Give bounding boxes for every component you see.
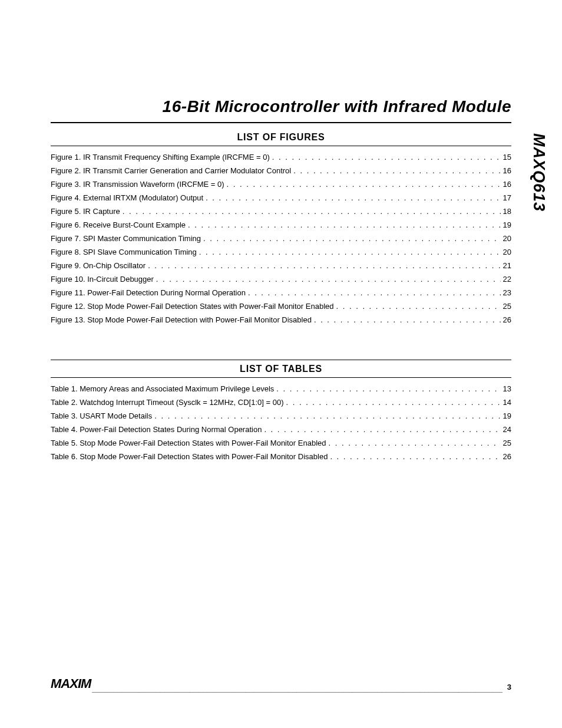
figure-entry-page: 16: [501, 167, 511, 174]
leader-dots: [201, 235, 500, 242]
figure-entry-label: Figure 2. IR Transmit Carrier Generation…: [51, 167, 291, 174]
figure-entry-row[interactable]: Figure 9. On-Chip Oscillator21: [51, 262, 511, 269]
figure-entry-label: Figure 9. On-Chip Oscillator: [51, 262, 146, 269]
leader-dots: [312, 316, 501, 324]
list-of-tables: Table 1. Memory Areas and Associated Max…: [51, 385, 511, 460]
figure-entry-page: 17: [501, 194, 511, 202]
table-entry-page: 25: [501, 439, 511, 447]
table-entry-label: Table 5. Stop Mode Power-Fail Detection …: [51, 439, 326, 447]
footer-rule: ________________________________________…: [91, 684, 502, 693]
leader-dots: [274, 385, 500, 393]
page-title: 16-Bit Microcontroller with Infrared Mod…: [51, 97, 511, 116]
table-entry-row[interactable]: Table 2. Watchdog Interrupt Timeout (Sys…: [51, 398, 511, 406]
table-entry-page: 13: [501, 385, 511, 393]
leader-dots: [186, 221, 500, 229]
figure-entry-page: 21: [501, 262, 511, 269]
figure-entry-label: Figure 7. SPI Master Communication Timin…: [51, 235, 201, 242]
figure-entry-row[interactable]: Figure 11. Power-Fail Detection During N…: [51, 289, 511, 297]
figure-entry-label: Figure 10. In-Circuit Debugger: [51, 275, 154, 283]
leader-dots: [328, 453, 500, 460]
figure-entry-label: Figure 13. Stop Mode Power-Fail Detectio…: [51, 316, 312, 324]
leader-dots: [291, 167, 500, 174]
table-entry-page: 24: [501, 426, 511, 433]
leader-dots: [120, 207, 501, 215]
table-entry-row[interactable]: Table 1. Memory Areas and Associated Max…: [51, 385, 511, 393]
figures-heading-block: LIST OF FIGURES: [51, 129, 511, 146]
tables-rule-bottom: [51, 377, 511, 378]
leader-dots: [334, 302, 501, 310]
leader-dots: [262, 426, 500, 433]
figure-entry-label: Figure 3. IR Transmission Waveform (IRCF…: [51, 180, 224, 188]
brand-logo: MAXIM: [51, 676, 91, 691]
figure-entry-label: Figure 8. SPI Slave Communication Timing: [51, 248, 197, 256]
leader-dots: [203, 194, 500, 202]
table-entry-page: 19: [501, 412, 511, 420]
page-number: 3: [503, 683, 511, 691]
leader-dots: [246, 289, 501, 297]
datasheet-page: MAXQ613 16-Bit Microcontroller with Infr…: [0, 0, 562, 728]
figure-entry-row[interactable]: Figure 13. Stop Mode Power-Fail Detectio…: [51, 316, 511, 324]
leader-dots: [154, 275, 501, 283]
leader-dots: [146, 262, 500, 269]
figure-entry-page: 20: [501, 248, 511, 256]
figures-heading: LIST OF FIGURES: [51, 129, 511, 146]
tables-heading-block: LIST OF TABLES: [51, 360, 511, 378]
product-code-vertical: MAXQ613: [530, 133, 548, 212]
table-entry-row[interactable]: Table 4. Power-Fail Detection States Dur…: [51, 426, 511, 433]
leader-dots: [270, 153, 501, 161]
leader-dots: [326, 439, 501, 447]
tables-heading: LIST OF TABLES: [51, 360, 511, 377]
figure-entry-row[interactable]: Figure 8. SPI Slave Communication Timing…: [51, 248, 511, 256]
figure-entry-row[interactable]: Figure 7. SPI Master Communication Timin…: [51, 235, 511, 242]
table-entry-page: 26: [501, 453, 511, 460]
figure-entry-label: Figure 12. Stop Mode Power-Fail Detectio…: [51, 302, 334, 310]
figure-entry-label: Figure 5. IR Capture: [51, 207, 120, 215]
table-entry-label: Table 6. Stop Mode Power-Fail Detection …: [51, 453, 328, 460]
leader-dots: [283, 398, 500, 406]
table-entry-label: Table 2. Watchdog Interrupt Timeout (Sys…: [51, 398, 283, 406]
figure-entry-row[interactable]: Figure 10. In-Circuit Debugger22: [51, 275, 511, 283]
leader-dots: [152, 412, 500, 420]
list-of-figures: Figure 1. IR Transmit Frequency Shifting…: [51, 153, 511, 324]
table-entry-label: Table 1. Memory Areas and Associated Max…: [51, 385, 274, 393]
section-gap: [51, 330, 511, 354]
figure-entry-page: 20: [501, 235, 511, 242]
figure-entry-page: 22: [501, 275, 511, 283]
figure-entry-row[interactable]: Figure 5. IR Capture18: [51, 207, 511, 215]
figure-entry-page: 16: [501, 180, 511, 188]
page-footer: MAXIM __________________________________…: [51, 676, 511, 691]
figure-entry-label: Figure 11. Power-Fail Detection During N…: [51, 289, 246, 297]
figure-entry-page: 25: [501, 302, 511, 310]
figure-entry-row[interactable]: Figure 2. IR Transmit Carrier Generation…: [51, 167, 511, 174]
table-entry-label: Table 4. Power-Fail Detection States Dur…: [51, 426, 262, 433]
figure-entry-row[interactable]: Figure 6. Receive Burst-Count Example19: [51, 221, 511, 229]
figure-entry-page: 15: [501, 153, 511, 161]
leader-dots: [197, 248, 501, 256]
figure-entry-page: 19: [501, 221, 511, 229]
title-rule: [51, 122, 511, 123]
figure-entry-row[interactable]: Figure 12. Stop Mode Power-Fail Detectio…: [51, 302, 511, 310]
figure-entry-label: Figure 6. Receive Burst-Count Example: [51, 221, 186, 229]
table-entry-page: 14: [501, 398, 511, 406]
figure-entry-label: Figure 1. IR Transmit Frequency Shifting…: [51, 153, 270, 161]
figure-entry-row[interactable]: Figure 1. IR Transmit Frequency Shifting…: [51, 153, 511, 161]
figure-entry-page: 23: [501, 289, 511, 297]
table-entry-row[interactable]: Table 3. USART Mode Details19: [51, 412, 511, 420]
table-entry-row[interactable]: Table 6. Stop Mode Power-Fail Detection …: [51, 453, 511, 460]
figure-entry-page: 18: [501, 207, 511, 215]
table-entry-label: Table 3. USART Mode Details: [51, 412, 152, 420]
figure-entry-row[interactable]: Figure 4. External IRTXM (Modulator) Out…: [51, 194, 511, 202]
figures-rule: [51, 146, 511, 146]
leader-dots: [224, 180, 501, 188]
table-entry-row[interactable]: Table 5. Stop Mode Power-Fail Detection …: [51, 439, 511, 447]
figure-entry-page: 26: [501, 316, 511, 324]
figure-entry-label: Figure 4. External IRTXM (Modulator) Out…: [51, 194, 203, 202]
figure-entry-row[interactable]: Figure 3. IR Transmission Waveform (IRCF…: [51, 180, 511, 188]
